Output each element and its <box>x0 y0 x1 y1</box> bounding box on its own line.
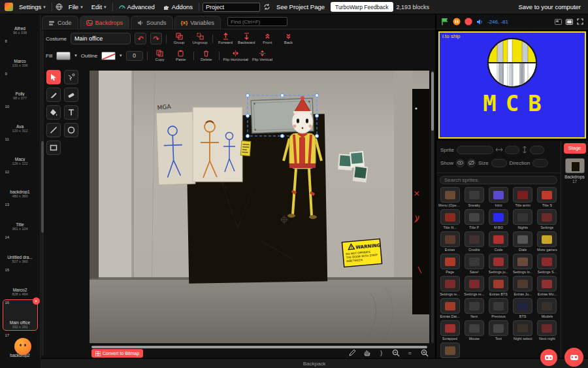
menu-advanced[interactable]: Advanced <box>116 0 157 14</box>
hand-cursor-icon[interactable] <box>362 348 372 358</box>
stage-backdrop-thumbnail[interactable] <box>565 158 585 173</box>
sprite-item[interactable]: Previous n... <box>438 341 462 358</box>
sprite-direction-input[interactable] <box>532 159 548 167</box>
backdrop-list-scrollbar[interactable] <box>41 30 44 356</box>
sprite-item[interactable]: More games <box>535 230 559 252</box>
backdrop-list-item[interactable]: 11 × Macy 126 x 222 <box>3 136 38 167</box>
flip-horizontal-button[interactable]: Flip Horizontal <box>223 50 248 61</box>
large-stage-button[interactable] <box>566 19 573 25</box>
front-button[interactable]: Front <box>259 33 276 44</box>
sprite-item[interactable]: Settings lo... <box>511 252 535 275</box>
scrollbar-thumb[interactable] <box>41 141 44 233</box>
sprite-item[interactable]: Extras Ju... <box>511 275 535 297</box>
sprite-item[interactable]: Save! <box>462 252 486 275</box>
pen-cursor-icon[interactable] <box>348 348 357 358</box>
redo-button[interactable]: ↷ <box>150 33 162 44</box>
canvas-vertical-scrollbar[interactable] <box>431 71 434 343</box>
menu-addons[interactable]: Addons <box>161 0 195 14</box>
fullscreen-button[interactable] <box>577 18 583 25</box>
backpack-bar[interactable]: Backpack <box>41 358 588 368</box>
sprite-size-input[interactable] <box>491 159 507 167</box>
language-globe-icon[interactable] <box>56 3 63 10</box>
sprite-item[interactable]: Scrapped <box>438 319 462 341</box>
project-name-input[interactable] <box>203 3 260 12</box>
ungroup-button[interactable]: Ungroup <box>191 33 208 44</box>
sprite-item[interactable]: Sneaky <box>462 186 486 208</box>
delete-button[interactable]: Delete <box>198 50 215 61</box>
outline-width-input[interactable] <box>126 51 143 61</box>
select-tool-button[interactable] <box>46 70 61 84</box>
sprite-item[interactable]: Next <box>462 297 486 319</box>
find-input[interactable] <box>227 17 287 26</box>
sprite-item[interactable]: Title S <box>535 186 559 208</box>
sprite-item[interactable]: Text <box>486 319 510 341</box>
hide-sprite-button[interactable] <box>467 159 476 167</box>
flip-vertical-button[interactable]: Flip Vertical <box>252 50 272 61</box>
sprite-item[interactable]: Extras BTS <box>486 275 510 297</box>
circle-tool-button[interactable] <box>64 123 78 137</box>
sprite-item[interactable]: Title anim <box>511 186 535 208</box>
forward-button[interactable]: Forward <box>217 33 234 44</box>
backdrop-list-item[interactable]: 15 × Marco2 828 x 464 <box>3 267 38 298</box>
sprite-item[interactable]: Settings re... <box>438 275 462 297</box>
tab-code[interactable]: Code <box>42 16 78 29</box>
fill-color-swatch[interactable] <box>56 52 71 60</box>
sprite-item[interactable]: Settings re... <box>462 275 486 297</box>
sprite-item[interactable]: Settings <box>535 208 559 230</box>
tab-backdrops[interactable]: Backdrops <box>80 16 130 29</box>
backdrop-list-item[interactable]: 8 × Marco 131 x 336 <box>3 38 38 69</box>
sprite-item[interactable]: Models <box>535 297 559 319</box>
sprite-item[interactable]: Settings S... <box>535 252 559 275</box>
tab-variables[interactable]: {x}Variables <box>174 16 221 29</box>
turbowarp-logo-icon[interactable] <box>5 3 13 11</box>
zoom-out-button[interactable] <box>391 348 400 358</box>
feedback-button[interactable]: TurboWarp Feedback <box>331 2 393 12</box>
menu-settings[interactable]: Settings▾ <box>16 0 48 14</box>
small-stage-button[interactable] <box>555 19 562 25</box>
costume-name-input[interactable] <box>71 33 131 44</box>
sprite-item[interactable]: Menu (Open... <box>438 186 462 208</box>
stage[interactable]: l.to ship <box>436 29 588 141</box>
collapse-controls-button[interactable]: ) <box>376 348 386 358</box>
pause-button[interactable] <box>453 18 461 25</box>
sprite-item[interactable]: Credits <box>462 230 486 252</box>
addon-robot-button[interactable] <box>540 349 557 366</box>
backdrop-list-item[interactable]: 12 × backdrop1 480 x 360 <box>3 169 38 200</box>
green-flag-button[interactable] <box>441 18 449 25</box>
menu-edit[interactable]: Edit▾ <box>89 0 109 14</box>
brush-tool-button[interactable] <box>46 88 61 102</box>
show-sprite-button[interactable] <box>456 159 465 167</box>
sprite-search-input[interactable] <box>440 176 557 184</box>
backdrop-list-item[interactable]: 13 × Title 361 x 104 <box>3 201 38 233</box>
text-tool-button[interactable] <box>64 105 78 120</box>
line-tool-button[interactable] <box>46 123 61 137</box>
fill-tool-button[interactable] <box>46 105 61 120</box>
zoom-in-button[interactable] <box>419 348 429 358</box>
stop-button[interactable] <box>465 18 472 25</box>
sprite-item[interactable]: Code <box>486 230 510 252</box>
copy-button[interactable]: Copy <box>152 50 169 61</box>
eraser-tool-button[interactable] <box>64 88 78 102</box>
sprite-item[interactable]: Intro <box>486 186 510 208</box>
paste-button[interactable]: Paste <box>172 50 189 61</box>
stage-view[interactable]: l.to ship <box>438 31 586 139</box>
sprite-item[interactable]: Extras Mo... <box>535 275 559 297</box>
sprite-y-input[interactable] <box>530 146 544 154</box>
back-button[interactable]: Back <box>280 33 297 44</box>
sprite-name-input[interactable] <box>457 146 493 154</box>
mascot-button[interactable] <box>14 338 31 355</box>
sprite-item[interactable]: Title P <box>462 208 486 230</box>
sprite-item[interactable]: M BG <box>486 208 510 230</box>
sprite-x-input[interactable] <box>505 146 519 154</box>
sprite-item[interactable]: Settings ju... <box>486 252 510 275</box>
outline-color-swatch[interactable] <box>101 52 116 60</box>
save-to-computer-link[interactable]: Save to your computer <box>515 0 583 14</box>
backward-button[interactable]: Backward <box>238 33 255 44</box>
sprite-item[interactable]: Extras Dat... <box>438 297 462 319</box>
refresh-icon[interactable] <box>263 3 270 10</box>
convert-to-bitmap-button[interactable]: Convert to Bitmap <box>91 349 143 358</box>
see-project-page-link[interactable]: See Project Page <box>274 0 327 14</box>
sprite-item[interactable]: Mouse <box>462 319 486 341</box>
sprite-item[interactable]: Night select <box>511 319 535 341</box>
zoom-reset-button[interactable]: = <box>405 348 415 358</box>
